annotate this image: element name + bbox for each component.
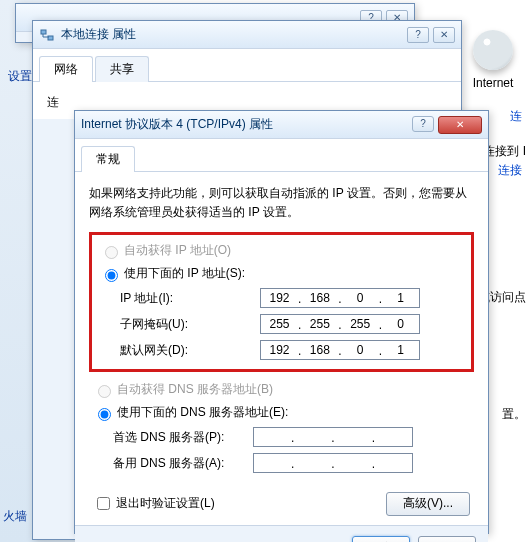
win2-connect-label: 连 <box>47 94 447 111</box>
dns1-oct-2[interactable] <box>294 428 331 446</box>
dns1-label: 首选 DNS 服务器(P): <box>113 429 253 446</box>
win2-tabstrip: 网络 共享 <box>33 49 461 82</box>
svg-rect-0 <box>41 30 46 34</box>
dns1-oct-3[interactable] <box>335 428 372 446</box>
dns2-oct-1[interactable] <box>254 454 291 472</box>
bg-settings-label: 设置 <box>8 68 32 85</box>
tab-sharing[interactable]: 共享 <box>95 56 149 82</box>
subnet-label: 子网掩码(U): <box>120 316 260 333</box>
subnet-oct-4[interactable] <box>382 315 419 333</box>
ip-oct-1[interactable] <box>261 289 298 307</box>
win3-close-button[interactable]: ✕ <box>438 116 482 134</box>
advanced-button[interactable]: 高级(V)... <box>386 492 470 516</box>
network-icon <box>39 27 55 43</box>
win2-help-button[interactable]: ? <box>407 27 429 43</box>
radio-auto-dns-label: 自动获得 DNS 服务器地址(B) <box>117 381 273 398</box>
radio-auto-ip-label: 自动获得 IP 地址(O) <box>124 242 231 259</box>
dns1-oct-4[interactable] <box>375 428 412 446</box>
win3-title: Internet 协议版本 4 (TCP/IPv4) 属性 <box>81 116 412 133</box>
ok-button[interactable]: 确定 <box>352 536 410 542</box>
gw-oct-2[interactable] <box>301 341 338 359</box>
win3-tabstrip: 常规 <box>75 139 488 172</box>
radio-auto-dns <box>98 385 111 398</box>
dns2-label: 备用 DNS 服务器(A): <box>113 455 253 472</box>
ip-oct-3[interactable] <box>342 289 379 307</box>
subnet-input[interactable]: . . . <box>260 314 420 334</box>
gateway-input[interactable]: . . . <box>260 340 420 360</box>
internet-label: Internet <box>458 76 528 90</box>
dns1-input[interactable]: . . . <box>253 427 413 447</box>
radio-manual-ip-label: 使用下面的 IP 地址(S): <box>124 265 245 282</box>
subnet-oct-1[interactable] <box>261 315 298 333</box>
win2-title: 本地连接 属性 <box>61 26 407 43</box>
radio-auto-ip-row: 自动获得 IP 地址(O) <box>96 239 467 262</box>
dns2-oct-2[interactable] <box>294 454 331 472</box>
cancel-button[interactable]: 取消 <box>418 536 476 542</box>
subnet-oct-3[interactable] <box>342 315 379 333</box>
ip-address-input[interactable]: . . . <box>260 288 420 308</box>
radio-auto-dns-row: 自动获得 DNS 服务器地址(B) <box>89 378 474 401</box>
dns2-oct-3[interactable] <box>335 454 372 472</box>
radio-auto-ip <box>105 246 118 259</box>
win2-close-button[interactable]: ✕ <box>433 27 455 43</box>
win3-help-button[interactable]: ? <box>412 116 434 132</box>
ip-oct-2[interactable] <box>301 289 338 307</box>
tab-general[interactable]: 常规 <box>81 146 135 172</box>
bg-firewall-label: 火墙 <box>3 508 27 525</box>
gw-oct-1[interactable] <box>261 341 298 359</box>
gw-oct-3[interactable] <box>342 341 379 359</box>
radio-manual-dns-label: 使用下面的 DNS 服务器地址(E): <box>117 404 288 421</box>
dns2-oct-4[interactable] <box>375 454 412 472</box>
help-text: 如果网络支持此功能，则可以获取自动指派的 IP 设置。否则，您需要从网络系统管理… <box>89 184 474 222</box>
gw-oct-4[interactable] <box>382 341 419 359</box>
internet-globe-icon <box>473 30 513 70</box>
ip-section-highlight: 自动获得 IP 地址(O) 使用下面的 IP 地址(S): IP 地址(I): … <box>89 232 474 372</box>
radio-manual-ip[interactable] <box>105 269 118 282</box>
radio-manual-dns-row[interactable]: 使用下面的 DNS 服务器地址(E): <box>89 401 474 424</box>
dns2-input[interactable]: . . . <box>253 453 413 473</box>
subnet-oct-2[interactable] <box>301 315 338 333</box>
ip-address-label: IP 地址(I): <box>120 290 260 307</box>
window-ipv4-properties: Internet 协议版本 4 (TCP/IPv4) 属性 ? ✕ 常规 如果网… <box>74 110 489 534</box>
radio-manual-ip-row[interactable]: 使用下面的 IP 地址(S): <box>96 262 467 285</box>
tab-network[interactable]: 网络 <box>39 56 93 82</box>
validate-label: 退出时验证设置(L) <box>116 495 215 512</box>
validate-checkbox[interactable] <box>97 497 110 510</box>
radio-manual-dns[interactable] <box>98 408 111 421</box>
dns1-oct-1[interactable] <box>254 428 291 446</box>
ip-oct-4[interactable] <box>382 289 419 307</box>
gateway-label: 默认网关(D): <box>120 342 260 359</box>
